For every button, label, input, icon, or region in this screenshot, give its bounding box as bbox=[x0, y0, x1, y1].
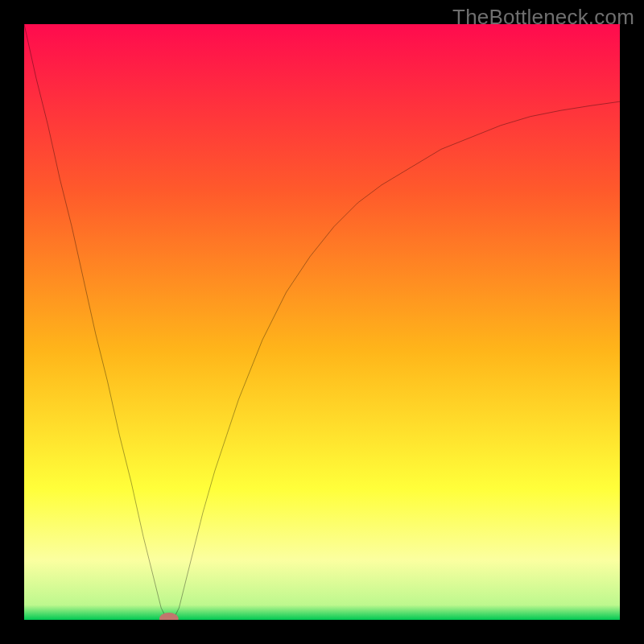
watermark-text: TheBottleneck.com bbox=[452, 5, 634, 30]
bottleneck-chart bbox=[24, 24, 620, 620]
gradient-background bbox=[24, 24, 620, 620]
chart-frame: TheBottleneck.com bbox=[0, 0, 644, 644]
